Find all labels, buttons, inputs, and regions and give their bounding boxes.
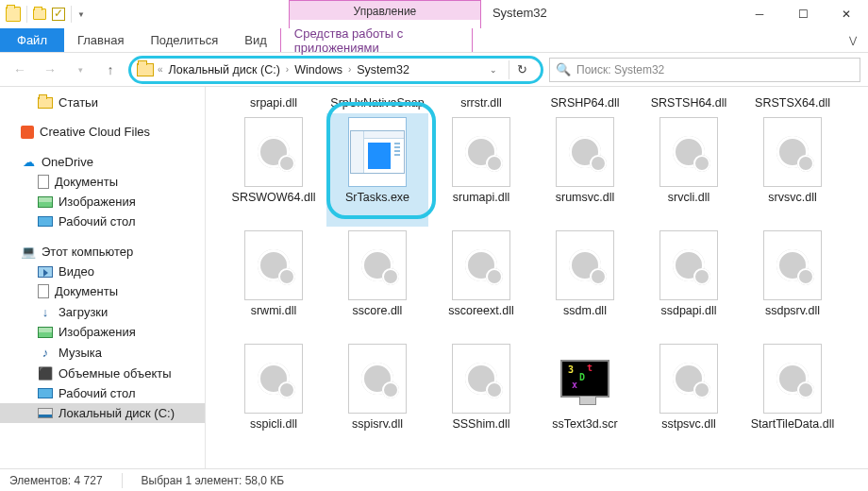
close-button[interactable]: ✕ (825, 0, 868, 28)
file-item[interactable]: SRSTSH64.dll (638, 91, 740, 113)
file-item[interactable]: 3DtxssText3d.scr (534, 340, 636, 453)
file-item[interactable]: srumsvc.dll (534, 113, 636, 227)
back-button[interactable]: ← (8, 58, 32, 82)
recent-locations-icon[interactable]: ▾ (68, 58, 92, 82)
file-item[interactable]: ssdpapi.dll (638, 227, 740, 340)
tab-view[interactable]: Вид (231, 28, 280, 52)
tab-home[interactable]: Главная (64, 28, 137, 52)
chevron-right-icon[interactable]: › (286, 64, 289, 75)
dll-icon (569, 136, 601, 168)
file-item[interactable]: srwmi.dll (223, 227, 325, 340)
tree-item[interactable]: Изображения (0, 322, 205, 342)
ribbon-toggle-icon[interactable]: ⋁ (838, 28, 868, 52)
tree-item[interactable]: Изображения (0, 192, 205, 212)
selection-label: Выбран 1 элемент: 58,0 КБ (142, 474, 285, 487)
tree-item[interactable]: Документы (0, 172, 205, 192)
tree-item[interactable]: Документы (0, 281, 205, 301)
exe-icon (350, 130, 405, 174)
img-icon (38, 196, 53, 208)
file-item[interactable]: SRSHP64.dll (534, 91, 636, 113)
disk-icon (38, 408, 53, 418)
tree-item[interactable]: 💻Этот компьютер (0, 241, 205, 262)
file-item[interactable]: StartTileData.dll (742, 340, 843, 453)
search-input[interactable]: 🔍 Поиск: System32 (549, 58, 860, 82)
file-item[interactable]: srpapi.dll (223, 91, 325, 113)
file-thumbnail (244, 117, 303, 187)
file-label: SRSWOW64.dll (232, 191, 316, 204)
maximize-button[interactable]: ☐ (781, 0, 825, 28)
chevron-icon[interactable]: « (158, 64, 163, 75)
breadcrumb[interactable]: System32 (355, 63, 411, 76)
file-label: sstpsvc.dll (661, 417, 716, 431)
chevron-right-icon[interactable]: › (348, 64, 351, 75)
dll-icon (258, 249, 290, 281)
file-item[interactable]: SSShim.dll (430, 340, 532, 453)
navigation-pane[interactable]: СтатьиCreative Cloud Files☁OneDriveДокум… (0, 87, 206, 468)
tree-item-label: Загрузки (58, 305, 108, 319)
status-bar: Элементов: 4 727 Выбран 1 элемент: 58,0 … (0, 468, 868, 491)
file-item[interactable]: ssdm.dll (534, 227, 636, 340)
file-item[interactable]: srvsvc.dll (742, 113, 843, 227)
breadcrumb[interactable]: Windows (292, 63, 344, 76)
tree-item[interactable]: Рабочий стол (0, 383, 205, 403)
tree-item[interactable]: Рабочий стол (0, 212, 205, 231)
tree-item[interactable]: ☁OneDrive (0, 151, 205, 172)
file-tab[interactable]: Файл (0, 28, 64, 52)
file-item[interactable]: SRSWOW64.dll (223, 113, 325, 227)
dll-icon (465, 136, 497, 168)
file-thumbnail (763, 230, 822, 300)
file-thumbnail (452, 230, 510, 300)
tree-item-label: Creative Cloud Files (40, 125, 150, 139)
file-item[interactable]: SrpUxNativeSnap (326, 91, 428, 113)
file-item[interactable]: SRSTSX64.dll (742, 91, 843, 113)
file-label: SRSTSX64.dll (755, 96, 830, 110)
file-item[interactable]: srrstr.dll (430, 91, 532, 113)
file-item[interactable]: sscoreext.dll (430, 227, 532, 340)
tab-share[interactable]: Поделиться (137, 28, 231, 52)
dll-icon (258, 363, 290, 395)
vid-icon (38, 266, 53, 278)
tree-item[interactable]: Локальный диск (C:) (0, 403, 205, 423)
file-item[interactable]: srumapi.dll (430, 113, 532, 227)
tree-item[interactable]: ⬛Объемные объекты (0, 363, 205, 383)
tree-item[interactable]: Видео (0, 262, 205, 281)
qat-customize-icon[interactable]: ▼ (77, 10, 85, 19)
breadcrumb[interactable]: Локальный диск (C:) (167, 63, 282, 76)
minimize-button[interactable]: ─ (738, 0, 781, 28)
search-icon: 🔍 (556, 62, 571, 76)
file-item[interactable]: SrTasks.exe (326, 113, 428, 227)
tree-item[interactable]: Статьи (0, 93, 205, 112)
address-bar[interactable]: « Локальный диск (C:) › Windows › System… (128, 56, 543, 84)
tree-item[interactable]: Creative Cloud Files (0, 122, 205, 142)
file-thumbnail (244, 230, 303, 300)
file-label: ssdpsrv.dll (765, 304, 820, 317)
address-dropdown-icon[interactable]: ⌄ (482, 65, 505, 75)
file-item[interactable]: sstpsvc.dll (638, 340, 740, 453)
contextual-tab-header: Управление (290, 1, 480, 20)
tab-app-tools[interactable]: Средства работы с приложениями (280, 28, 473, 52)
tree-item[interactable]: ♪Музыка (0, 342, 205, 363)
qat-properties-icon[interactable] (33, 8, 46, 20)
tree-item[interactable]: ↓Загрузки (0, 301, 205, 322)
refresh-button[interactable]: ↻ (509, 60, 535, 79)
file-item[interactable]: sscore.dll (326, 227, 428, 340)
separator (71, 6, 72, 23)
file-item[interactable]: ssdpsrv.dll (742, 227, 843, 340)
window-controls: ─ ☐ ✕ (738, 0, 868, 28)
tree-item-label: Видео (58, 264, 94, 279)
dll-icon (361, 249, 393, 281)
file-item[interactable]: sspicli.dll (223, 340, 325, 453)
tree-item-label: Локальный диск (C:) (58, 406, 175, 420)
qat-check-icon[interactable] (52, 8, 65, 21)
file-item[interactable]: srvcli.dll (638, 113, 740, 227)
file-list[interactable]: srpapi.dllSrpUxNativeSnapsrrstr.dllSRSHP… (206, 87, 868, 468)
file-label: sspicli.dll (250, 417, 297, 431)
search-placeholder: Поиск: System32 (576, 63, 664, 76)
file-item[interactable]: sspisrv.dll (326, 340, 428, 453)
desk-icon (38, 388, 53, 398)
mus-icon: ♪ (38, 345, 53, 360)
dll-icon (258, 136, 290, 168)
forward-button[interactable]: → (38, 58, 62, 82)
tree-item-label: Объемные объекты (58, 366, 172, 381)
up-button[interactable]: ↑ (98, 58, 123, 82)
